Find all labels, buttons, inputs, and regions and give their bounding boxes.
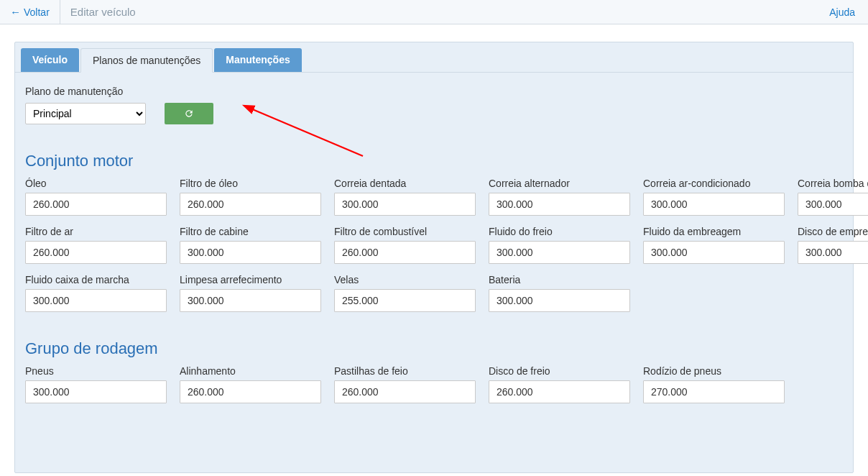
- field-input-velas[interactable]: [334, 289, 476, 312]
- field-grid-conjunto-motor: Óleo Filtro de óleo Correia dentada Corr…: [25, 178, 843, 312]
- tab-planos-manutencoes[interactable]: Planos de manutenções: [80, 48, 213, 73]
- plan-select[interactable]: Principal: [25, 103, 146, 124]
- field-filtro-ar: Filtro de ar: [25, 226, 167, 264]
- content-panel: Veículo Planos de manutenções Manutençõe…: [14, 42, 854, 473]
- field-label: Filtro de ar: [25, 226, 167, 237]
- field-label: Filtro de óleo: [180, 178, 321, 189]
- field-pastilhas-freio: Pastilhas de feio: [334, 365, 476, 403]
- field-label: Fluido da embreagem: [643, 226, 785, 237]
- field-input-pneus[interactable]: [25, 380, 167, 403]
- topbar: ← Voltar Editar veículo Ajuda: [0, 0, 868, 24]
- back-button[interactable]: ← Voltar: [0, 0, 60, 24]
- refresh-icon: [184, 109, 194, 119]
- field-label: Filtro de combustível: [334, 226, 476, 237]
- field-input-oleo[interactable]: [25, 193, 167, 216]
- field-label: Correia bomba d'água: [798, 178, 868, 189]
- field-label: Pneus: [25, 365, 167, 377]
- help-link[interactable]: Ajuda: [816, 0, 868, 24]
- field-correia-bomba: Correia bomba d'água: [798, 178, 868, 216]
- field-pneus: Pneus: [25, 365, 167, 403]
- field-fluido-caixa: Fluido caixa de marcha: [25, 274, 167, 312]
- field-input-bateria[interactable]: [489, 289, 630, 312]
- field-label: Velas: [334, 274, 476, 285]
- field-label: Rodízio de pneus: [643, 365, 785, 377]
- back-label: Voltar: [24, 6, 50, 18]
- field-label: Fluido do freio: [489, 226, 630, 237]
- field-label: Correia alternador: [489, 178, 630, 189]
- field-disco-freio: Disco de freio: [489, 365, 630, 403]
- field-label: Pastilhas de feio: [334, 365, 476, 377]
- svg-line-0: [251, 109, 363, 156]
- field-input-rodizio-pneus[interactable]: [643, 380, 785, 403]
- field-grid-grupo-rodagem: Pneus Alinhamento Pastilhas de feio Disc…: [25, 365, 843, 403]
- tab-manutencoes[interactable]: Manutenções: [214, 48, 301, 72]
- field-input-filtro-ar[interactable]: [25, 241, 167, 264]
- field-label: Filtro de cabine: [180, 226, 321, 237]
- field-input-pastilhas-freio[interactable]: [334, 380, 476, 403]
- field-correia-dentada: Correia dentada: [334, 178, 476, 216]
- field-input-correia-dentada[interactable]: [334, 193, 476, 216]
- field-input-disco-freio[interactable]: [489, 380, 630, 403]
- field-input-fluido-freio[interactable]: [489, 241, 630, 264]
- field-limpesa-arrefecimento: Limpesa arrefecimento: [180, 274, 321, 312]
- section-title-grupo-rodagem: Grupo de rodagem: [25, 339, 843, 358]
- field-input-filtro-oleo[interactable]: [180, 193, 321, 216]
- field-correia-ar: Correia ar-condicionado: [643, 178, 785, 216]
- field-filtro-oleo: Filtro de óleo: [180, 178, 321, 216]
- field-label: Disco de empresagem: [798, 226, 868, 237]
- field-fluido-embreagem: Fluido da embreagem: [643, 226, 785, 264]
- field-label: Fluido caixa de marcha: [25, 274, 167, 285]
- field-label: Óleo: [25, 178, 167, 189]
- field-input-disco-empresagem[interactable]: [798, 241, 868, 264]
- field-velas: Velas: [334, 274, 476, 312]
- field-correia-alternador: Correia alternador: [489, 178, 630, 216]
- field-label: Correia ar-condicionado: [643, 178, 785, 189]
- field-input-correia-ar[interactable]: [643, 193, 785, 216]
- field-rodizio-pneus: Rodízio de pneus: [643, 365, 785, 403]
- field-label: Alinhamento: [180, 365, 321, 377]
- field-label: Bateria: [489, 274, 630, 285]
- tab-veiculo[interactable]: Veículo: [21, 48, 79, 72]
- field-input-limpesa-arrefecimento[interactable]: [180, 289, 321, 312]
- field-label: Disco de freio: [489, 365, 630, 377]
- refresh-button[interactable]: [165, 103, 213, 124]
- tabs: Veículo Planos de manutenções Manutençõe…: [15, 42, 853, 73]
- page-title: Editar veículo: [60, 0, 146, 24]
- field-label: Limpesa arrefecimento: [180, 274, 321, 285]
- field-input-correia-bomba[interactable]: [798, 193, 868, 216]
- section-title-conjunto-motor: Conjunto motor: [25, 152, 843, 170]
- plan-row: Principal: [25, 103, 843, 124]
- arrow-left-icon: ←: [10, 6, 21, 17]
- field-alinhamento: Alinhamento: [180, 365, 321, 403]
- field-input-alinhamento[interactable]: [180, 380, 321, 403]
- field-oleo: Óleo: [25, 178, 167, 216]
- form-area: Plano de manutenção Principal Conjunto m…: [15, 73, 853, 403]
- field-input-filtro-combustivel[interactable]: [334, 241, 476, 264]
- field-filtro-cabine: Filtro de cabine: [180, 226, 321, 264]
- field-filtro-combustivel: Filtro de combustível: [334, 226, 476, 264]
- field-fluido-freio: Fluido do freio: [489, 226, 630, 264]
- field-input-filtro-cabine[interactable]: [180, 241, 321, 264]
- field-input-correia-alternador[interactable]: [489, 193, 630, 216]
- field-input-fluido-caixa[interactable]: [25, 289, 167, 312]
- plan-label: Plano de manutenção: [25, 86, 843, 97]
- field-bateria: Bateria: [489, 274, 630, 312]
- field-label: Correia dentada: [334, 178, 476, 189]
- field-input-fluido-embreagem[interactable]: [643, 241, 785, 264]
- field-disco-empresagem: Disco de empresagem: [798, 226, 868, 264]
